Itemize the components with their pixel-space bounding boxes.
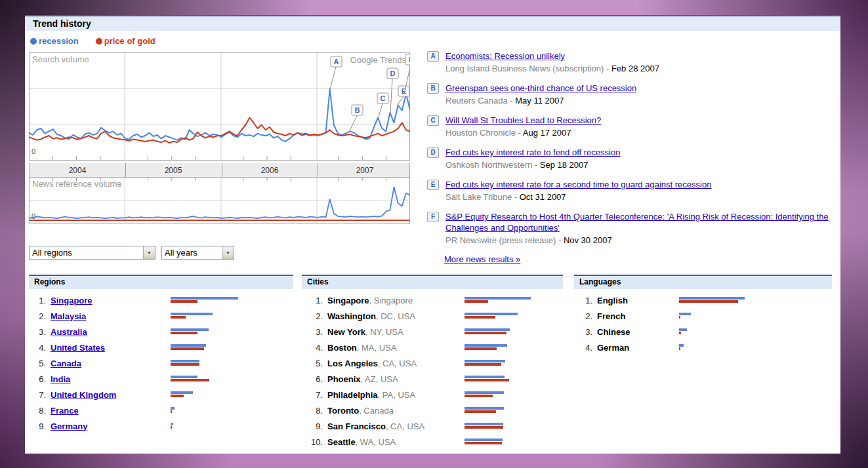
news-source-line: PR Newswire (press release) - Nov 30 200… xyxy=(445,235,847,246)
regions-select[interactable]: All regions ▼ xyxy=(29,246,155,260)
news-source-line: Oshkosh Northwestern - Sep 18 2007 xyxy=(445,159,620,170)
regions-header: Regions xyxy=(29,275,293,289)
volume-bars xyxy=(171,423,173,429)
news-item-body: Fed cuts key interest rate for a second … xyxy=(445,179,711,203)
news-source-line: Long Island Business News (subscription)… xyxy=(445,63,659,74)
rank-number: 2. xyxy=(302,311,323,321)
volume-bars xyxy=(171,360,199,366)
news-date: Sep 18 2007 xyxy=(540,160,589,170)
cities-row: 3.New York, NY, USA xyxy=(302,324,563,340)
regions-row: 4.United States xyxy=(29,340,293,355)
news-item-F: FS&P Equity Research to Host 4th Quarter… xyxy=(427,211,847,246)
news-date: Nov 30 2007 xyxy=(564,235,612,245)
cities-section: Cities 1.Singapore, Singapore2.Washingto… xyxy=(302,275,563,450)
legend-label: price of gold xyxy=(104,36,155,46)
news-headline-link[interactable]: Fed cuts key interest rate for a second … xyxy=(445,180,711,189)
rank-number: 9. xyxy=(302,421,323,431)
rank-number: 2. xyxy=(574,311,592,321)
years-select[interactable]: All years ▼ xyxy=(161,246,234,260)
volume-bars xyxy=(465,360,505,366)
rank-number: 3. xyxy=(29,327,46,337)
search-volume-chart: Search volumeGoogle Trends0ABCDEF xyxy=(29,52,410,161)
volume-bars xyxy=(465,391,504,397)
rank-number: 1. xyxy=(302,296,323,305)
regions-link[interactable]: United States xyxy=(51,343,105,353)
cities-row: 2.Washington, DC, USA xyxy=(302,308,563,324)
svg-text:B: B xyxy=(355,106,360,114)
cities-name: Los Angeles, CA, USA xyxy=(327,359,417,368)
rank-number: 4. xyxy=(574,343,592,353)
regions-link[interactable]: Germany xyxy=(51,421,87,431)
cities-row: 1.Singapore, Singapore xyxy=(302,292,563,308)
volume-bars xyxy=(679,297,745,303)
volume-bars xyxy=(465,328,510,334)
news-source-line: Reuters Canada - May 11 2007 xyxy=(445,95,636,106)
series-dot-icon xyxy=(30,38,37,45)
svg-text:0: 0 xyxy=(31,212,35,220)
svg-text:C: C xyxy=(381,94,386,102)
rank-number: 6. xyxy=(302,374,323,384)
regions-link[interactable]: Canada xyxy=(51,359,81,368)
news-item-body: Fed cuts key interest rate to fend off r… xyxy=(445,147,620,170)
news-item-body: Economists: Recession unlikelyLong Islan… xyxy=(445,50,659,74)
news-item-E: EFed cuts key interest rate for a second… xyxy=(427,179,847,203)
year-divider xyxy=(222,163,222,177)
series-dot-icon xyxy=(96,38,102,45)
volume-bars xyxy=(465,423,503,429)
regions-row: 3.Australia xyxy=(29,324,293,340)
cities-row: 9.San Francisco, CA, USA xyxy=(302,418,563,434)
languages-name: German xyxy=(597,343,629,353)
dropdown-arrow-icon[interactable]: ▼ xyxy=(222,246,234,259)
news-results-list: AEconomists: Recession unlikelyLong Isla… xyxy=(427,50,847,264)
legend-price-of-gold: price of gold xyxy=(96,36,155,46)
volume-bars xyxy=(171,328,209,334)
regions-link[interactable]: India xyxy=(51,374,70,384)
languages-header: Languages xyxy=(574,275,832,289)
regions-link[interactable]: France xyxy=(51,406,79,416)
regions-link[interactable]: Singapore xyxy=(51,296,93,305)
news-headline-link[interactable]: Fed cuts key interest rate to fend off r… xyxy=(445,147,620,157)
news-headline-link[interactable]: Greenspan sees one-third chance of US re… xyxy=(445,83,636,93)
news-volume-chart: News reference volume0 xyxy=(29,177,410,224)
year-tick-label: 2005 xyxy=(165,166,182,175)
year-tick-label: 2006 xyxy=(261,166,279,175)
news-headline-link[interactable]: Economists: Recession unlikely xyxy=(445,51,565,61)
languages-name: Chinese xyxy=(597,327,630,337)
svg-text:F: F xyxy=(409,56,410,64)
regions-row: 8.France xyxy=(29,402,293,418)
languages-row: 2.French xyxy=(574,308,832,324)
rank-number: 8. xyxy=(29,406,46,416)
year-divider xyxy=(125,163,126,177)
cities-row: 6.Phoenix, AZ, USA xyxy=(302,371,563,387)
cities-name: San Francisco, CA, USA xyxy=(327,421,424,431)
svg-text:D: D xyxy=(390,69,396,77)
rank-number: 1. xyxy=(29,296,46,305)
trend-chart: Search volumeGoogle Trends0ABCDEF 2004 2… xyxy=(29,52,410,227)
regions-link[interactable]: Malaysia xyxy=(51,311,86,321)
news-item-D: DFed cuts key interest rate to fend off … xyxy=(427,147,847,170)
news-source-line: Salt Lake Tribune - Oct 31 2007 xyxy=(445,191,711,203)
news-item-B: BGreenspan sees one-third chance of US r… xyxy=(427,83,847,106)
volume-bars xyxy=(465,407,504,413)
regions-row: 9.Germany xyxy=(29,418,293,434)
chart-legend: recession price of gold xyxy=(30,36,155,46)
regions-row: 2.Malaysia xyxy=(29,308,293,324)
legend-recession: recession xyxy=(30,36,79,46)
volume-bars xyxy=(465,344,507,350)
year-tick-label: 2007 xyxy=(356,166,374,175)
cities-name: Boston, MA, USA xyxy=(327,343,396,353)
news-headline-link[interactable]: S&P Equity Research to Host 4th Quarter … xyxy=(445,212,829,233)
rank-number: 4. xyxy=(302,343,323,353)
cities-header: Cities xyxy=(302,275,563,289)
regions-link[interactable]: United Kingdom xyxy=(51,390,116,400)
news-headline-link[interactable]: Will Wall St Troubles Lead to Recession? xyxy=(445,115,601,125)
news-date: May 11 2007 xyxy=(515,96,564,106)
languages-name: English xyxy=(597,296,628,305)
svg-text:News reference volume: News reference volume xyxy=(32,179,122,189)
regions-link[interactable]: Australia xyxy=(51,327,87,337)
cities-name: Phoenix, AZ, USA xyxy=(327,374,398,384)
regions-section: Regions 1.Singapore2.Malaysia3.Australia… xyxy=(29,275,293,434)
more-news-results-link[interactable]: More news results » xyxy=(444,254,520,264)
dropdown-arrow-icon[interactable]: ▼ xyxy=(143,246,155,259)
cities-row: 7.Philadelphia, PA, USA xyxy=(302,387,563,402)
